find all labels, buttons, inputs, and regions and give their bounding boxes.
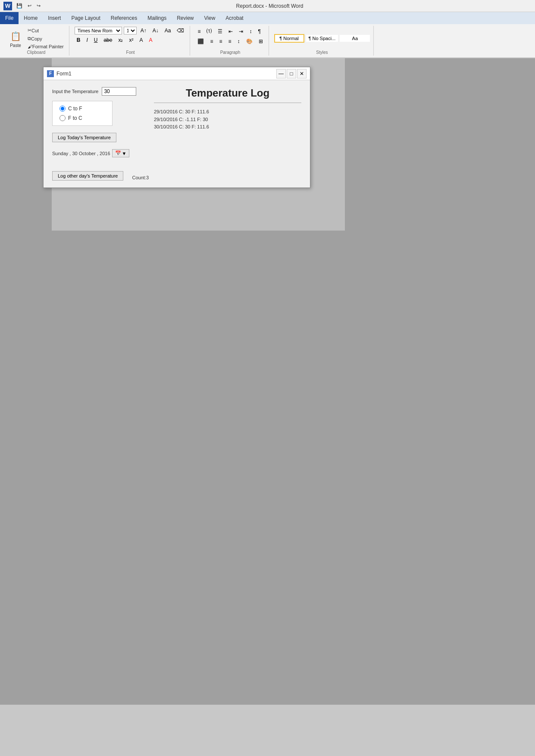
shading-button[interactable]: 🎨 bbox=[244, 37, 255, 45]
ftoc-radio-row: F to C bbox=[59, 115, 105, 121]
form1-left-panel: Input the Temperature C to F F to C Log … bbox=[52, 87, 147, 164]
strikethrough-button[interactable]: abe bbox=[101, 36, 114, 44]
copy-icon: ⧉ bbox=[28, 36, 31, 41]
form1-title-left: F Form1 bbox=[47, 70, 72, 77]
tab-mailings[interactable]: Mailings bbox=[142, 12, 172, 24]
form1-titlebar: F Form1 — □ ✕ bbox=[44, 67, 310, 80]
tab-insert[interactable]: Insert bbox=[43, 12, 66, 24]
font-group: Times New Rom 18 A↑ A↓ Aa ⌫ B I U abe x₂… bbox=[71, 26, 191, 56]
font-style-button[interactable]: Aa bbox=[163, 27, 173, 34]
paragraph-label: Paragraph bbox=[220, 50, 241, 55]
date-display: Sunday , 30 October , 2016 bbox=[52, 151, 110, 156]
ctof-label: C to F bbox=[68, 106, 82, 112]
tab-file[interactable]: File bbox=[0, 12, 19, 24]
maximize-button[interactable]: □ bbox=[287, 69, 296, 78]
multilevel-button[interactable]: ☰ bbox=[216, 28, 225, 35]
font-size-selector[interactable]: 18 bbox=[124, 27, 137, 34]
copy-button[interactable]: ⧉ Copy bbox=[26, 35, 66, 42]
paste-button[interactable]: 📋 Paste bbox=[7, 28, 24, 49]
temp-input-field[interactable] bbox=[102, 87, 136, 96]
font-row2: B I U abe x₂ x² A A bbox=[75, 36, 155, 44]
form1-body: Input the Temperature C to F F to C Log … bbox=[44, 80, 310, 171]
temp-log-title: Temperature Log bbox=[154, 87, 301, 103]
cut-button[interactable]: ✂ Cut bbox=[26, 27, 66, 34]
form1-bottom-row: Log other day's Temperature Count:3 bbox=[44, 171, 310, 187]
tab-view[interactable]: View bbox=[199, 12, 221, 24]
bullets-button[interactable]: ≡ bbox=[195, 28, 203, 35]
sort-button[interactable]: ↕ bbox=[247, 28, 254, 35]
para-row1: ≡ ⑴ ☰ ⇤ ⇥ ↕ ¶ bbox=[195, 27, 263, 36]
title-bar: W 💾 ↩ ↪ Report.docx - Microsoft Word bbox=[0, 0, 535, 12]
log-entries: 29/10/2016 C: 30 F: 111.6 29/10/2016 C: … bbox=[154, 108, 301, 131]
paste-icon: 📋 bbox=[9, 29, 22, 43]
styles-label: Styles bbox=[316, 50, 328, 55]
ftoc-radio[interactable] bbox=[59, 115, 66, 121]
grow-font-button[interactable]: A↑ bbox=[138, 27, 149, 34]
paragraph-group: ≡ ⑴ ☰ ⇤ ⇥ ↕ ¶ ⬛ ≡ ≡ ≡ ↕ 🎨 ⊞ Paragraph bbox=[192, 26, 269, 56]
minimize-button[interactable]: — bbox=[276, 69, 286, 78]
temp-input-label: Input the Temperature bbox=[52, 89, 98, 94]
justify-button[interactable]: ≡ bbox=[226, 37, 234, 45]
clipboard-small-btns: ✂ Cut ⧉ Copy 🖌 Format Painter bbox=[26, 27, 66, 50]
font-row1: Times New Rom 18 A↑ A↓ Aa ⌫ bbox=[75, 27, 187, 34]
log-entry-3: 30/10/2016 C: 30 F: 111.6 bbox=[154, 123, 301, 131]
ctof-radio[interactable] bbox=[59, 106, 66, 112]
subscript-button[interactable]: x₂ bbox=[116, 36, 125, 44]
undo-button[interactable]: ↩ bbox=[26, 2, 33, 9]
format-painter-button[interactable]: 🖌 Format Painter bbox=[26, 43, 66, 50]
tab-page-layout[interactable]: Page Layout bbox=[66, 12, 105, 24]
radio-group: C to F F to C bbox=[52, 101, 113, 126]
borders-button[interactable]: ⊞ bbox=[257, 37, 265, 45]
style-no-spacing[interactable]: ¶ No Spaci... bbox=[306, 35, 338, 42]
tab-review[interactable]: Review bbox=[172, 12, 199, 24]
clear-format-button[interactable]: ⌫ bbox=[175, 27, 186, 34]
align-center-button[interactable]: ≡ bbox=[208, 37, 215, 45]
increase-indent-button[interactable]: ⇥ bbox=[237, 28, 245, 35]
style-heading1[interactable]: Aa bbox=[340, 35, 370, 42]
date-row: Sunday , 30 October , 2016 📅 ▼ bbox=[52, 149, 147, 157]
shrink-font-button[interactable]: A↓ bbox=[150, 27, 161, 34]
clipboard-group: 📋 Paste ✂ Cut ⧉ Copy 🖌 Format Painter Cl… bbox=[3, 26, 69, 56]
calendar-icon: 📅 bbox=[115, 150, 121, 156]
line-spacing-button[interactable]: ↕ bbox=[235, 37, 242, 45]
superscript-button[interactable]: x² bbox=[127, 36, 135, 44]
log-other-day-button[interactable]: Log other day's Temperature bbox=[52, 171, 123, 181]
decrease-indent-button[interactable]: ⇤ bbox=[226, 28, 235, 35]
font-group-content: Times New Rom 18 A↑ A↓ Aa ⌫ B I U abe x₂… bbox=[75, 27, 187, 50]
count-label: Count:3 bbox=[132, 175, 149, 180]
tab-acrobat[interactable]: Acrobat bbox=[220, 12, 248, 24]
ribbon-content: 📋 Paste ✂ Cut ⧉ Copy 🖌 Format Painter Cl… bbox=[0, 24, 535, 58]
tab-references[interactable]: References bbox=[106, 12, 142, 24]
close-button[interactable]: ✕ bbox=[297, 69, 307, 78]
tab-home[interactable]: Home bbox=[19, 12, 43, 24]
align-right-button[interactable]: ≡ bbox=[217, 37, 224, 45]
italic-button[interactable]: I bbox=[84, 36, 90, 44]
numbering-button[interactable]: ⑴ bbox=[204, 27, 214, 36]
show-marks-button[interactable]: ¶ bbox=[256, 28, 263, 35]
ribbon-tabs: File Home Insert Page Layout References … bbox=[0, 12, 535, 24]
log-today-button[interactable]: Log Today's Temperature bbox=[52, 133, 116, 142]
save-button[interactable]: 💾 bbox=[15, 2, 24, 9]
form1-title-text: Form1 bbox=[56, 71, 72, 77]
app-title: Report.docx - Microsoft Word bbox=[236, 3, 303, 9]
quick-access: 💾 ↩ ↪ bbox=[15, 2, 42, 9]
para-row2: ⬛ ≡ ≡ ≡ ↕ 🎨 ⊞ bbox=[195, 37, 265, 45]
style-normal[interactable]: ¶ Normal bbox=[274, 34, 304, 43]
font-color-button[interactable]: A bbox=[147, 36, 154, 44]
underline-button[interactable]: U bbox=[92, 36, 100, 44]
paragraph-group-content: ≡ ⑴ ☰ ⇤ ⇥ ↕ ¶ ⬛ ≡ ≡ ≡ ↕ 🎨 ⊞ bbox=[195, 27, 265, 50]
styles-group-content: ¶ Normal ¶ No Spaci... Aa bbox=[274, 27, 370, 50]
temp-input-row: Input the Temperature bbox=[52, 87, 147, 96]
date-picker-button[interactable]: 📅 ▼ bbox=[112, 149, 130, 157]
cut-icon: ✂ bbox=[28, 28, 31, 33]
align-left-button[interactable]: ⬛ bbox=[195, 37, 206, 45]
bold-button[interactable]: B bbox=[75, 36, 83, 44]
document-area: F Form1 — □ ✕ Input the Temperature bbox=[0, 58, 535, 705]
font-name-selector[interactable]: Times New Rom bbox=[75, 27, 122, 34]
clipboard-label: Clipboard bbox=[27, 50, 45, 55]
redo-button[interactable]: ↪ bbox=[35, 2, 42, 9]
clipboard-group-content: 📋 Paste ✂ Cut ⧉ Copy 🖌 Format Painter bbox=[7, 27, 66, 50]
highlight-button[interactable]: A bbox=[137, 36, 145, 44]
format-painter-icon: 🖌 bbox=[28, 44, 32, 49]
title-bar-left: W 💾 ↩ ↪ bbox=[3, 2, 42, 10]
